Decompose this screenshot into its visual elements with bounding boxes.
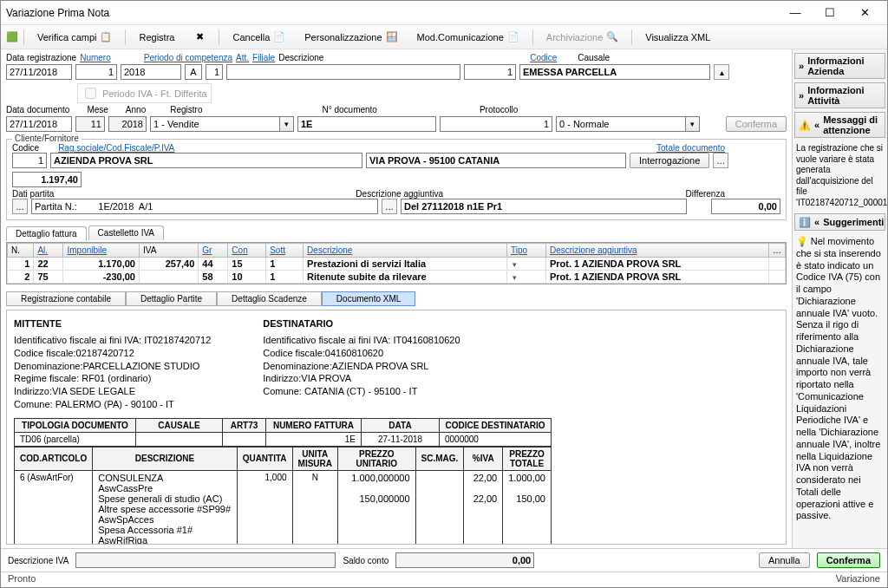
- subtab-reg-contabile[interactable]: Registrazione contabile: [6, 291, 126, 306]
- col-desc-agg[interactable]: Descrizione aggiuntiva: [545, 244, 768, 258]
- anno-label: Anno: [126, 105, 146, 114]
- col-n[interactable]: N.: [8, 244, 34, 258]
- mittente-codfisc: Codice fiscale:02187420712: [14, 347, 211, 360]
- registro-combo[interactable]: ▾: [150, 116, 294, 132]
- cliente-nome-input[interactable]: [50, 153, 362, 168]
- app-window: Variazione Prima Nota — ☐ ✕ 🟩 Verifica c…: [0, 0, 888, 588]
- documento-xml-panel[interactable]: MITTENTE Identificativo fiscale ai fini …: [6, 310, 787, 545]
- desc-agg-lookup-button[interactable]: …: [382, 199, 397, 214]
- chevron-down-icon[interactable]: ▾: [686, 116, 700, 132]
- registra-cancel-button[interactable]: ✖: [186, 29, 213, 46]
- tab-dettaglio-fattura[interactable]: Dettaglio fattura: [6, 226, 87, 241]
- differenza-label: Differenza: [686, 189, 725, 199]
- close-button[interactable]: ✕: [847, 3, 882, 23]
- hdr-pu: PREZZO UNITARIO: [338, 447, 416, 470]
- filiale-link[interactable]: Filiale: [252, 53, 275, 62]
- conferma-button[interactable]: Conferma: [817, 552, 880, 568]
- side-messaggi-body: La registrazione che si vuole variare è …: [794, 141, 885, 210]
- rag-sociale-link[interactable]: Rag.sociale/Cod.Fiscale/P.IVA: [58, 143, 174, 153]
- tipo-combo-text[interactable]: [556, 116, 686, 132]
- delete-icon: 📄: [273, 31, 285, 43]
- subtab-dettaglio-partite[interactable]: Dettaglio Partite: [126, 291, 217, 306]
- col-tipo[interactable]: Tipo: [506, 244, 545, 258]
- mod-comunicazione-button[interactable]: Mod.Comunicazione📄: [409, 29, 527, 46]
- cliente-codice-input[interactable]: [12, 153, 47, 168]
- destinatario-block: DESTINATARIO Identificativo fiscale ai f…: [263, 316, 460, 411]
- table-row[interactable]: 1221.170,00257,4044151Prestazioni di ser…: [8, 258, 786, 271]
- registro-combo-text[interactable]: [150, 116, 280, 132]
- numero-link[interactable]: Numero: [80, 53, 111, 62]
- side-sugg-header[interactable]: ℹ️«Suggerimenti: [794, 213, 885, 231]
- verifica-campi-button[interactable]: Verifica campi📋: [29, 29, 120, 46]
- chevron-down-icon[interactable]: ▾: [280, 116, 294, 132]
- val-coddest: 0000000: [440, 432, 552, 446]
- descrizione-label: Descrizione: [278, 53, 323, 62]
- personalizzazione-button[interactable]: Personalizzazione🪟: [297, 29, 405, 46]
- att-input[interactable]: [185, 64, 202, 80]
- att-link[interactable]: Att.: [236, 53, 249, 62]
- col-sott[interactable]: Sott: [266, 244, 304, 258]
- numero-input[interactable]: [75, 64, 117, 80]
- interrogazione-button[interactable]: Interrogazione: [630, 153, 709, 168]
- totale-doc-input[interactable]: [12, 172, 82, 187]
- subtab-dettaglio-scadenze[interactable]: Dettaglio Scadenze: [217, 291, 322, 306]
- archiviazione-button: Archiviazione🔍: [539, 29, 626, 46]
- desc-agg-input[interactable]: [401, 199, 687, 214]
- periodo-input[interactable]: [121, 64, 181, 80]
- codice-causale-input[interactable]: [464, 64, 516, 80]
- table-row[interactable]: 275-230,0058101Ritenute subite da rileva…: [8, 271, 786, 284]
- subtab-documento-xml[interactable]: Documento XML: [322, 291, 415, 306]
- dest-indir: Indirizzo:VIA PROVA: [263, 372, 460, 385]
- tab-castelletto-iva[interactable]: Castelletto IVA: [88, 225, 164, 240]
- destinatario-title: DESTINATARIO: [263, 317, 460, 330]
- form-icon: 📋: [100, 31, 112, 43]
- iva-grid[interactable]: N. Al. Imponibile IVA Gr Con Sott Descri…: [6, 242, 787, 284]
- descrizione-input[interactable]: [226, 64, 460, 80]
- causale-expand-button[interactable]: ▴: [714, 64, 729, 80]
- side-info-attivita[interactable]: »Informazioni Attività: [794, 82, 885, 108]
- totale-lookup-button[interactable]: …: [713, 153, 728, 168]
- data-reg-input[interactable]: [6, 64, 72, 80]
- partita-lookup-button[interactable]: …: [12, 199, 28, 214]
- cliente-indirizzo-input[interactable]: [366, 153, 626, 168]
- maximize-button[interactable]: ☐: [813, 3, 847, 23]
- visualizza-xml-button[interactable]: Visualizza XML: [637, 29, 718, 45]
- minimize-button[interactable]: —: [778, 3, 813, 23]
- periodo-link[interactable]: Periodo di competenza: [144, 53, 232, 62]
- riga-desc: CONSULENZAAswCassPreSpese generali di st…: [93, 470, 237, 545]
- col-gr[interactable]: Gr: [199, 244, 228, 258]
- hdr-qta: QUANTITA: [237, 447, 292, 470]
- col-al[interactable]: Al.: [34, 244, 63, 258]
- annulla-button[interactable]: Annulla: [759, 552, 810, 568]
- hdr-tipologia: TIPOLOGIA DOCUMENTO: [15, 418, 136, 432]
- side-info-azienda[interactable]: »Informazioni Azienda: [794, 53, 885, 79]
- protocollo-input[interactable]: [440, 116, 552, 132]
- registra-button[interactable]: Registra: [131, 29, 182, 45]
- registro-label: Registro: [170, 105, 202, 114]
- desc-iva-input: [75, 552, 336, 568]
- periodo-iva-check: [85, 88, 96, 99]
- dest-codfisc: Codice fiscale:04160810620: [263, 347, 460, 360]
- col-descrizione[interactable]: Descrizione: [304, 244, 507, 258]
- cancella-button[interactable]: Cancella📄: [225, 29, 293, 46]
- ndoc-input[interactable]: [297, 116, 436, 132]
- hdr-data: DATA: [362, 418, 440, 432]
- codice-link[interactable]: Codice: [530, 53, 557, 62]
- totale-doc-link[interactable]: Totale documento: [656, 143, 725, 153]
- subtabs: Registrazione contabile Dettaglio Partit…: [6, 291, 787, 306]
- col-iva[interactable]: IVA: [139, 244, 198, 258]
- col-imponibile[interactable]: Imponibile: [63, 244, 139, 258]
- dati-partita-label: Dati partita: [12, 189, 54, 199]
- hdr-um: UNITA MISURA: [292, 447, 337, 470]
- side-messaggi-header[interactable]: ⚠️«Messaggi di attenzione: [794, 112, 885, 138]
- side-sugg-body: 💡 Nel movimento che si sta inserendo è s…: [794, 234, 885, 524]
- col-con[interactable]: Con: [228, 244, 266, 258]
- partita-input[interactable]: [31, 199, 378, 214]
- causale-input[interactable]: [519, 64, 710, 80]
- differenza-input[interactable]: [711, 199, 780, 214]
- tipo-combo[interactable]: ▾: [556, 116, 700, 132]
- col-menu[interactable]: …: [769, 244, 786, 258]
- filiale-input[interactable]: [206, 64, 223, 80]
- toolbar: 🟩 Verifica campi📋 Registra ✖ Cancella📄 P…: [1, 25, 887, 49]
- data-doc-input[interactable]: [6, 116, 72, 132]
